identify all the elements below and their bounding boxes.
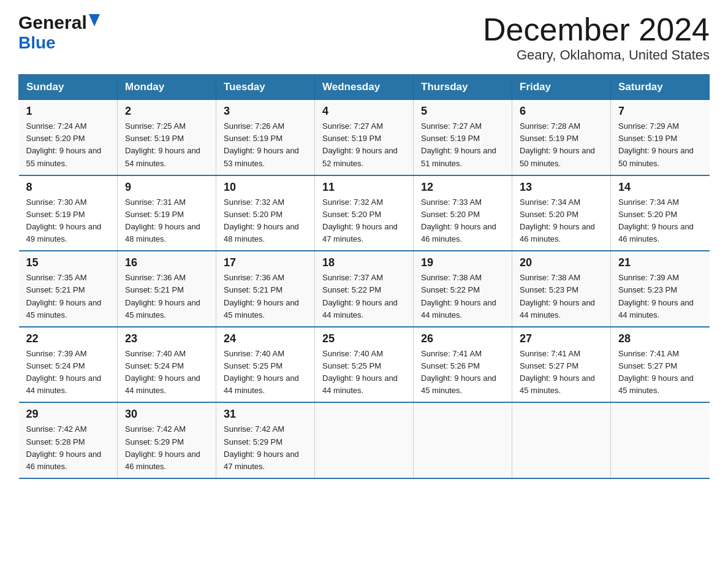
day-info: Sunrise: 7:39 AMSunset: 5:23 PMDaylight:… [618, 272, 702, 321]
day-number: 30 [125, 408, 208, 421]
day-info: Sunrise: 7:35 AMSunset: 5:21 PMDaylight:… [26, 272, 110, 321]
day-info: Sunrise: 7:42 AMSunset: 5:29 PMDaylight:… [125, 423, 208, 473]
day-info: Sunrise: 7:34 AMSunset: 5:20 PMDaylight:… [520, 196, 603, 246]
day-number: 4 [322, 105, 406, 118]
day-number: 5 [421, 105, 504, 118]
table-row: 14Sunrise: 7:34 AMSunset: 5:20 PMDayligh… [611, 175, 710, 251]
day-info: Sunrise: 7:26 AMSunset: 5:19 PMDaylight:… [224, 120, 307, 170]
calendar-week-row: 29Sunrise: 7:42 AMSunset: 5:28 PMDayligh… [19, 402, 710, 478]
day-info: Sunrise: 7:27 AMSunset: 5:19 PMDaylight:… [421, 120, 504, 170]
day-number: 19 [421, 256, 504, 269]
day-number: 24 [224, 332, 307, 345]
table-row: 16Sunrise: 7:36 AMSunset: 5:21 PMDayligh… [118, 251, 216, 327]
table-row: 4Sunrise: 7:27 AMSunset: 5:19 PMDaylight… [315, 100, 414, 175]
calendar-table: Sunday Monday Tuesday Wednesday Thursday… [18, 74, 710, 479]
day-info: Sunrise: 7:33 AMSunset: 5:20 PMDaylight:… [421, 196, 504, 246]
day-number: 23 [125, 332, 208, 345]
day-info: Sunrise: 7:39 AMSunset: 5:24 PMDaylight:… [26, 348, 110, 397]
day-info: Sunrise: 7:25 AMSunset: 5:19 PMDaylight:… [125, 120, 208, 170]
day-info: Sunrise: 7:41 AMSunset: 5:26 PMDaylight:… [421, 348, 504, 397]
table-row: 25Sunrise: 7:40 AMSunset: 5:25 PMDayligh… [315, 327, 414, 403]
table-row: 10Sunrise: 7:32 AMSunset: 5:20 PMDayligh… [216, 175, 315, 251]
day-info: Sunrise: 7:42 AMSunset: 5:28 PMDaylight:… [26, 423, 110, 473]
day-info: Sunrise: 7:40 AMSunset: 5:25 PMDaylight:… [224, 348, 307, 397]
table-row: 28Sunrise: 7:41 AMSunset: 5:27 PMDayligh… [611, 327, 710, 403]
title-block: December 2024 Geary, Oklahoma, United St… [483, 12, 710, 63]
table-row [512, 402, 611, 478]
col-saturday: Saturday [611, 75, 710, 100]
day-info: Sunrise: 7:24 AMSunset: 5:20 PMDaylight:… [26, 120, 110, 170]
table-row: 29Sunrise: 7:42 AMSunset: 5:28 PMDayligh… [19, 402, 118, 478]
day-number: 12 [421, 181, 504, 194]
logo: General Blue [18, 12, 101, 53]
table-row: 19Sunrise: 7:38 AMSunset: 5:22 PMDayligh… [414, 251, 512, 327]
col-thursday: Thursday [414, 75, 512, 100]
table-row: 24Sunrise: 7:40 AMSunset: 5:25 PMDayligh… [216, 327, 315, 403]
calendar-week-row: 1Sunrise: 7:24 AMSunset: 5:20 PMDaylight… [19, 100, 710, 175]
day-number: 15 [26, 256, 110, 269]
day-info: Sunrise: 7:28 AMSunset: 5:19 PMDaylight:… [520, 120, 603, 170]
day-info: Sunrise: 7:41 AMSunset: 5:27 PMDaylight:… [618, 348, 702, 397]
col-sunday: Sunday [19, 75, 118, 100]
location-text: Geary, Oklahoma, United States [483, 47, 710, 63]
day-number: 17 [224, 256, 307, 269]
day-info: Sunrise: 7:37 AMSunset: 5:22 PMDaylight:… [322, 272, 406, 321]
calendar-week-row: 22Sunrise: 7:39 AMSunset: 5:24 PMDayligh… [19, 327, 710, 403]
day-info: Sunrise: 7:36 AMSunset: 5:21 PMDaylight:… [125, 272, 208, 321]
table-row: 3Sunrise: 7:26 AMSunset: 5:19 PMDaylight… [216, 100, 315, 175]
day-number: 8 [26, 181, 110, 194]
table-row: 12Sunrise: 7:33 AMSunset: 5:20 PMDayligh… [414, 175, 512, 251]
table-row: 27Sunrise: 7:41 AMSunset: 5:27 PMDayligh… [512, 327, 611, 403]
day-info: Sunrise: 7:30 AMSunset: 5:19 PMDaylight:… [26, 196, 110, 246]
day-number: 13 [520, 181, 603, 194]
table-row: 7Sunrise: 7:29 AMSunset: 5:19 PMDaylight… [611, 100, 710, 175]
day-info: Sunrise: 7:31 AMSunset: 5:19 PMDaylight:… [125, 196, 208, 246]
day-info: Sunrise: 7:41 AMSunset: 5:27 PMDaylight:… [520, 348, 603, 397]
day-number: 9 [125, 181, 208, 194]
col-wednesday: Wednesday [315, 75, 414, 100]
logo-general-text: General [18, 12, 87, 33]
day-number: 20 [520, 256, 603, 269]
day-info: Sunrise: 7:32 AMSunset: 5:20 PMDaylight:… [322, 196, 406, 246]
month-year-heading: December 2024 [483, 12, 710, 47]
table-row: 13Sunrise: 7:34 AMSunset: 5:20 PMDayligh… [512, 175, 611, 251]
table-row: 22Sunrise: 7:39 AMSunset: 5:24 PMDayligh… [19, 327, 118, 403]
day-number: 3 [224, 105, 307, 118]
day-number: 27 [520, 332, 603, 345]
day-number: 22 [26, 332, 110, 345]
table-row: 9Sunrise: 7:31 AMSunset: 5:19 PMDaylight… [118, 175, 216, 251]
day-number: 16 [125, 256, 208, 269]
day-number: 14 [618, 181, 702, 194]
day-number: 29 [26, 408, 110, 421]
day-info: Sunrise: 7:38 AMSunset: 5:23 PMDaylight:… [520, 272, 603, 321]
day-info: Sunrise: 7:36 AMSunset: 5:21 PMDaylight:… [224, 272, 307, 321]
day-number: 31 [224, 408, 307, 421]
svg-marker-0 [89, 14, 100, 26]
table-row: 2Sunrise: 7:25 AMSunset: 5:19 PMDaylight… [118, 100, 216, 175]
col-tuesday: Tuesday [216, 75, 315, 100]
table-row: 18Sunrise: 7:37 AMSunset: 5:22 PMDayligh… [315, 251, 414, 327]
day-info: Sunrise: 7:32 AMSunset: 5:20 PMDaylight:… [224, 196, 307, 246]
table-row: 21Sunrise: 7:39 AMSunset: 5:23 PMDayligh… [611, 251, 710, 327]
day-number: 2 [125, 105, 208, 118]
calendar-week-row: 8Sunrise: 7:30 AMSunset: 5:19 PMDaylight… [19, 175, 710, 251]
table-row: 8Sunrise: 7:30 AMSunset: 5:19 PMDaylight… [19, 175, 118, 251]
logo-arrow-icon [88, 13, 101, 29]
day-info: Sunrise: 7:40 AMSunset: 5:25 PMDaylight:… [322, 348, 406, 397]
day-info: Sunrise: 7:38 AMSunset: 5:22 PMDaylight:… [421, 272, 504, 321]
day-number: 18 [322, 256, 406, 269]
table-row: 20Sunrise: 7:38 AMSunset: 5:23 PMDayligh… [512, 251, 611, 327]
table-row: 23Sunrise: 7:40 AMSunset: 5:24 PMDayligh… [118, 327, 216, 403]
day-info: Sunrise: 7:40 AMSunset: 5:24 PMDaylight:… [125, 348, 208, 397]
table-row: 15Sunrise: 7:35 AMSunset: 5:21 PMDayligh… [19, 251, 118, 327]
col-monday: Monday [118, 75, 216, 100]
calendar-week-row: 15Sunrise: 7:35 AMSunset: 5:21 PMDayligh… [19, 251, 710, 327]
table-row: 11Sunrise: 7:32 AMSunset: 5:20 PMDayligh… [315, 175, 414, 251]
day-number: 10 [224, 181, 307, 194]
table-row: 1Sunrise: 7:24 AMSunset: 5:20 PMDaylight… [19, 100, 118, 175]
day-info: Sunrise: 7:29 AMSunset: 5:19 PMDaylight:… [618, 120, 702, 170]
day-number: 25 [322, 332, 406, 345]
table-row: 31Sunrise: 7:42 AMSunset: 5:29 PMDayligh… [216, 402, 315, 478]
day-number: 6 [520, 105, 603, 118]
table-row: 26Sunrise: 7:41 AMSunset: 5:26 PMDayligh… [414, 327, 512, 403]
